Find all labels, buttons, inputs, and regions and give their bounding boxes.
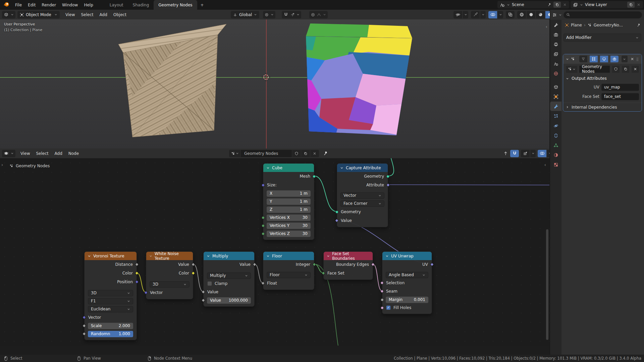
clamp-checkbox[interactable]	[207, 281, 212, 286]
margin-field[interactable]: Margin0.001	[386, 297, 428, 303]
object-visibility-button[interactable]	[453, 11, 462, 18]
workspace-tab-geometry-nodes[interactable]: Geometry Nodes	[154, 0, 197, 10]
node-multiply[interactable]: Multiply Value Multiply Clamp Value Valu…	[203, 251, 255, 307]
menu-edit[interactable]: Edit	[25, 3, 39, 7]
socket-margin-input[interactable]	[381, 298, 384, 301]
viewport-menu-select[interactable]: Select	[78, 12, 96, 17]
chevron-down-icon[interactable]	[463, 11, 468, 18]
proportional-editing-icon[interactable]	[311, 13, 315, 17]
socket-size-input[interactable]	[262, 184, 265, 187]
node-white-noise-texture[interactable]: White Noise Texture Value Color 3D Vecto…	[146, 251, 193, 299]
socket-color-output[interactable]	[135, 271, 139, 275]
scene-name[interactable]: Scene	[512, 2, 545, 7]
socket-value-input[interactable]	[201, 290, 205, 294]
uv-attribute-field[interactable]: uv_map	[601, 84, 639, 91]
menu-render[interactable]: Render	[39, 3, 59, 7]
socket-uv-output[interactable]	[430, 262, 434, 266]
pin-icon[interactable]	[323, 151, 328, 156]
breadcrumb-object[interactable]: Plane	[571, 23, 582, 27]
editor-type-selector[interactable]	[2, 11, 15, 18]
properties-search-input[interactable]	[564, 11, 642, 18]
socket-float-input[interactable]	[261, 281, 265, 285]
tab-texture[interactable]	[550, 160, 561, 169]
vertices-x-field[interactable]: Vertices X30	[267, 215, 311, 221]
node-header[interactable]: Multiply	[204, 252, 254, 260]
tab-world[interactable]	[550, 69, 561, 78]
collapse-icon[interactable]	[88, 254, 91, 258]
operation-dropdown[interactable]: Floor	[267, 272, 311, 278]
node-floor[interactable]: Floor Integer Floor Float	[263, 251, 314, 290]
menu-file[interactable]: File	[12, 3, 25, 7]
modifier-panel-header[interactable]: ⣿	[563, 54, 642, 64]
viewport-canvas[interactable]: User Perspective (1) Collection | Plane …	[0, 19, 549, 148]
socket-selection-input[interactable]	[380, 281, 384, 285]
view-layer-selector[interactable]: View Layer	[571, 1, 643, 8]
scale-field[interactable]: Scale2.000	[88, 323, 133, 329]
collapse-icon[interactable]	[207, 254, 210, 258]
node-header[interactable]: Voronoi Texture	[85, 252, 137, 260]
breadcrumb-modifier[interactable]: GeometryNo...	[594, 23, 623, 27]
close-icon[interactable]	[563, 3, 567, 7]
node-cube[interactable]: Cube Mesh Size: X1 m Y1 m Z1 m Vertices …	[263, 163, 314, 240]
tab-render[interactable]	[550, 30, 561, 39]
realtime-toggle[interactable]	[600, 56, 608, 62]
tab-object[interactable]	[550, 92, 561, 101]
toolbar-toggle-icon[interactable]: ›	[1, 162, 3, 167]
vertices-y-field[interactable]: Vertices Y30	[267, 223, 311, 229]
output-attributes-section[interactable]: Output Attributes	[563, 74, 642, 82]
socket-face-set-input[interactable]	[321, 271, 325, 275]
node-header[interactable]: Face Set Boundaries	[324, 252, 373, 260]
distance-metric-dropdown[interactable]: Euclidean	[88, 306, 133, 312]
socket-geometry-output[interactable]	[386, 175, 389, 178]
node-menu-select[interactable]: Select	[33, 151, 51, 156]
tab-particles[interactable]	[550, 111, 561, 121]
data-type-dropdown[interactable]: Vector	[340, 192, 384, 199]
tab-constraints[interactable]	[550, 131, 561, 140]
socket-attribute-output[interactable]	[386, 183, 390, 187]
pin-icon[interactable]	[637, 23, 641, 27]
dimensions-dropdown[interactable]: 3D	[150, 281, 190, 288]
add-modifier-dropdown[interactable]: Add Modifier	[564, 34, 641, 42]
collapse-icon[interactable]	[149, 254, 152, 258]
node-tree-type-button[interactable]	[229, 150, 240, 157]
node-voronoi-texture[interactable]: Voronoi Texture Distance Color Position …	[84, 251, 137, 340]
blender-logo-icon[interactable]	[0, 1, 12, 8]
tab-tool[interactable]	[550, 20, 561, 29]
shading-material-button[interactable]	[536, 11, 545, 18]
feature-dropdown[interactable]: F1	[88, 298, 133, 304]
workspace-tab-layout[interactable]: Layout	[105, 0, 128, 10]
size-z-field[interactable]: Z1 m	[267, 206, 311, 213]
editor-type-selector[interactable]	[2, 150, 15, 157]
node-header[interactable]: UV Unwrap	[382, 252, 432, 260]
socket-vertices-z-input[interactable]	[262, 232, 265, 235]
chevron-down-icon[interactable]	[480, 11, 486, 18]
node-face-set-boundaries[interactable]: Face Set Boundaries Boundary Edges Face …	[323, 251, 373, 280]
vertices-z-field[interactable]: Vertices Z30	[267, 231, 311, 237]
socket-integer-output[interactable]	[312, 262, 316, 266]
tab-modifiers[interactable]	[550, 102, 561, 111]
extras-dropdown[interactable]	[622, 56, 628, 62]
collapse-icon[interactable]	[340, 166, 343, 170]
fake-user-button[interactable]	[292, 150, 301, 157]
socket-value-output[interactable]	[253, 262, 256, 266]
magnet-icon[interactable]	[283, 12, 288, 17]
unlink-button[interactable]	[310, 150, 319, 157]
node-menu-view[interactable]: View	[17, 151, 33, 156]
close-icon[interactable]	[630, 57, 634, 61]
transform-orientation-selector[interactable]: Global	[231, 11, 259, 18]
node-header[interactable]: Capture Attribute	[337, 164, 388, 172]
operation-dropdown[interactable]: Multiply	[207, 273, 251, 279]
tab-object-data[interactable]	[550, 140, 561, 150]
socket-value-output[interactable]	[191, 262, 195, 266]
socket-vertices-y-input[interactable]	[262, 224, 265, 227]
socket-seam-input[interactable]	[380, 289, 384, 293]
viewport-menu-view[interactable]: View	[62, 12, 78, 17]
node-uv-unwrap[interactable]: UV Unwrap UV Angle Based Selection Seam …	[382, 251, 432, 314]
socket-vector-input[interactable]	[82, 315, 86, 319]
unlink-button[interactable]	[632, 66, 639, 73]
size-y-field[interactable]: Y1 m	[267, 198, 311, 205]
shading-wireframe-button[interactable]	[517, 11, 526, 18]
add-workspace-button[interactable]: +	[197, 0, 207, 10]
socket-color-output[interactable]	[191, 271, 195, 275]
gizmo-button[interactable]	[471, 11, 480, 18]
